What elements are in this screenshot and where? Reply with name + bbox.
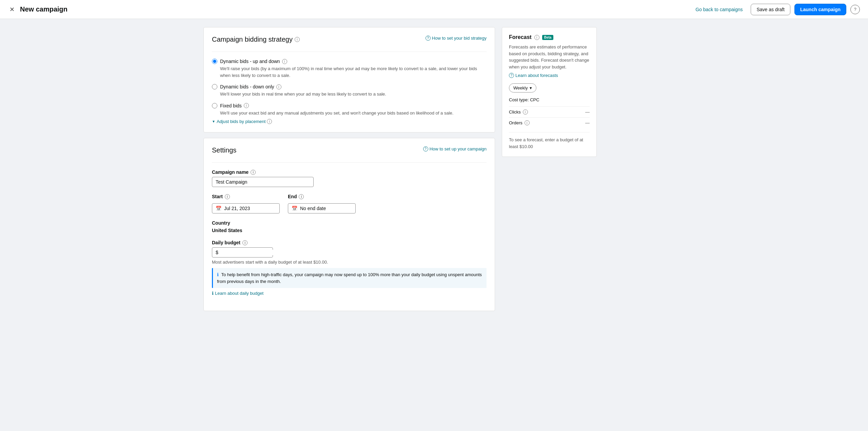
daily-budget-input-wrapper: $: [212, 247, 273, 258]
adjust-bids-link[interactable]: ▼ Adjust bids by placement i: [212, 119, 487, 124]
bidding-question-icon: ?: [426, 36, 431, 41]
save-draft-button[interactable]: Save as draft: [751, 4, 790, 15]
top-bar-right: Go back to campaigns Save as draft Launc…: [691, 4, 860, 15]
start-date-input[interactable]: 📅 Jul 21, 2023: [212, 203, 280, 213]
go-back-button[interactable]: Go back to campaigns: [691, 4, 747, 15]
adjust-bids-info-icon[interactable]: i: [267, 119, 272, 124]
daily-budget-label: Daily budget i: [212, 240, 487, 245]
clicks-info-icon[interactable]: i: [523, 109, 528, 115]
campaign-name-info-icon[interactable]: i: [251, 170, 256, 175]
forecast-title-row: Forecast i Beta: [509, 34, 590, 40]
start-date-group: Start i 📅 Jul 21, 2023: [212, 194, 280, 213]
clicks-label: Clicks i: [509, 109, 528, 115]
orders-info-icon[interactable]: i: [525, 120, 530, 125]
bidding-options-group: Dynamic bids - up and down i We'll raise…: [212, 59, 487, 116]
orders-value: —: [585, 120, 590, 125]
country-value: United States: [212, 228, 487, 233]
end-date-group: End i 📅 No end date: [288, 194, 356, 213]
forecast-learn-icon: ?: [509, 73, 514, 78]
campaign-name-input[interactable]: [212, 177, 314, 187]
radio-desc-dynamic-up-down: We'll raise your bids (by a maximum of 1…: [220, 65, 487, 79]
daily-budget-info-icon[interactable]: i: [242, 240, 248, 245]
info-box-icon: ℹ: [217, 272, 219, 277]
forecast-card: Forecast i Beta Forecasts are estimates …: [502, 27, 597, 157]
bidding-how-to-link[interactable]: ? How to set your bid strategy: [426, 36, 487, 41]
clicks-metric-row: Clicks i —: [509, 106, 590, 117]
forecast-learn-link[interactable]: ? Learn about forecasts: [509, 73, 590, 78]
forecast-info-icon[interactable]: i: [534, 35, 539, 40]
chevron-down-icon: ▼: [212, 120, 215, 123]
weekly-dropdown[interactable]: Weekly ▾: [509, 83, 536, 93]
radio-desc-dynamic-down-only: We'll lower your bids in real time when …: [220, 91, 487, 98]
end-info-icon[interactable]: i: [299, 194, 304, 199]
country-group: Country United States: [212, 220, 487, 233]
close-icon: ✕: [9, 6, 15, 13]
clicks-value: —: [585, 109, 590, 115]
settings-card-header: Settings ? How to set up your campaign: [212, 146, 487, 163]
start-calendar-icon: 📅: [216, 206, 221, 211]
budget-hint: Most advertisers start with a daily budg…: [212, 260, 487, 265]
end-date-input[interactable]: 📅 No end date: [288, 203, 356, 213]
dynamic-down-only-info-icon[interactable]: i: [276, 84, 281, 89]
radio-label-fixed-bids[interactable]: Fixed bids i: [220, 103, 249, 108]
orders-metric-row: Orders i —: [509, 117, 590, 128]
dropdown-chevron-icon: ▾: [530, 85, 532, 90]
launch-campaign-button[interactable]: Launch campaign: [794, 4, 846, 15]
page-title: New campaign: [20, 5, 67, 13]
bidding-strategy-card: Campaign bidding strategy i ? How to set…: [203, 27, 495, 132]
radio-label-dynamic-down-only[interactable]: Dynamic bids - down only i: [220, 84, 281, 89]
dynamic-up-down-info-icon[interactable]: i: [282, 59, 287, 64]
campaign-name-label: Campaign name i: [212, 169, 487, 175]
orders-label: Orders i: [509, 120, 530, 125]
forecast-description: Forecasts are estimates of performance b…: [509, 44, 590, 70]
start-date-label: Start i: [212, 194, 280, 199]
fixed-bids-info-icon[interactable]: i: [244, 103, 249, 108]
settings-card-title: Settings: [212, 146, 236, 154]
right-panel: Forecast i Beta Forecasts are estimates …: [502, 27, 597, 311]
learn-daily-budget-link[interactable]: ℹ Learn about daily budget: [212, 291, 487, 296]
main-content: Campaign bidding strategy i ? How to set…: [197, 19, 671, 319]
daily-budget-group: Daily budget i $ Most advertisers start …: [212, 240, 487, 296]
end-date-label: End i: [288, 194, 356, 199]
date-row: Start i 📅 Jul 21, 2023 End i 📅: [212, 194, 487, 213]
forecast-note: To see a forecast, enter a budget of at …: [509, 132, 590, 150]
radio-item-dynamic-down-only: Dynamic bids - down only i We'll lower y…: [212, 84, 487, 98]
radio-fixed-bids[interactable]: [212, 103, 217, 108]
radio-row-fixed-bids: Fixed bids i: [212, 103, 487, 108]
radio-row-dynamic-down-only: Dynamic bids - down only i: [212, 84, 487, 89]
bidding-title-info-icon[interactable]: i: [295, 37, 300, 42]
help-button[interactable]: ?: [850, 5, 860, 14]
campaign-name-group: Campaign name i: [212, 169, 487, 187]
center-column: Campaign bidding strategy i ? How to set…: [203, 27, 495, 311]
beta-badge: Beta: [542, 35, 554, 40]
end-calendar-icon: 📅: [292, 206, 297, 211]
close-button[interactable]: ✕: [8, 4, 16, 15]
bidding-card-header: Campaign bidding strategy i ? How to set…: [212, 36, 487, 52]
country-label: Country: [212, 220, 487, 226]
radio-dynamic-down-only[interactable]: [212, 84, 217, 89]
top-bar: ✕ New campaign Go back to campaigns Save…: [0, 0, 868, 19]
start-info-icon[interactable]: i: [225, 194, 230, 199]
radio-dynamic-up-down[interactable]: [212, 59, 217, 64]
radio-desc-fixed-bids: We'll use your exact bid and any manual …: [220, 110, 487, 117]
settings-how-to-link[interactable]: ? How to set up your campaign: [423, 146, 487, 151]
cost-type-row: Cost type: CPC: [509, 97, 590, 102]
radio-item-fixed-bids: Fixed bids i We'll use your exact bid an…: [212, 103, 487, 117]
radio-item-dynamic-up-down: Dynamic bids - up and down i We'll raise…: [212, 59, 487, 79]
radio-row-dynamic-up-down: Dynamic bids - up and down i: [212, 59, 487, 64]
learn-link-icon: ℹ: [212, 291, 214, 296]
forecast-title: Forecast: [509, 34, 532, 40]
budget-info-box: ℹ To help benefit from high-traffic days…: [212, 268, 487, 288]
daily-budget-input[interactable]: [220, 250, 280, 255]
currency-symbol: $: [216, 250, 218, 255]
settings-question-icon: ?: [423, 146, 428, 151]
top-bar-left: ✕ New campaign: [8, 4, 691, 15]
radio-label-dynamic-up-down[interactable]: Dynamic bids - up and down i: [220, 59, 287, 64]
bidding-card-title: Campaign bidding strategy i: [212, 36, 300, 43]
settings-card: Settings ? How to set up your campaign C…: [203, 138, 495, 311]
